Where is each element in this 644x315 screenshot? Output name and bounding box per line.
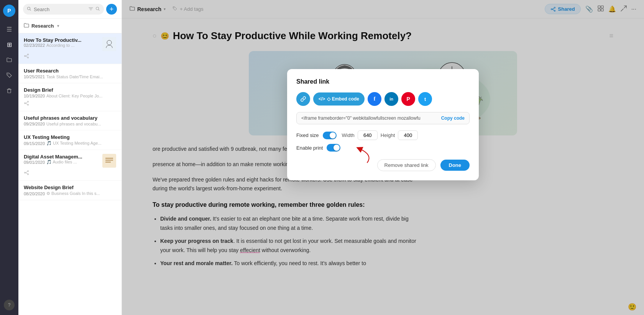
- search-input[interactable]: [34, 7, 86, 12]
- folder-icon[interactable]: [3, 54, 15, 66]
- shared-link-modal: Shared link </> ◇ Embed code f in P t: [287, 69, 479, 180]
- file-title: How To Stay Productiv...: [24, 37, 81, 43]
- avatar[interactable]: P: [3, 5, 15, 17]
- folder-icon2: [24, 23, 29, 29]
- list-item[interactable]: Useful phrases and vocabulary 09/29/2020…: [18, 111, 122, 130]
- file-panel-header: +: [18, 0, 122, 19]
- list-item[interactable]: Digital Asset Managem... 09/01/2020 🎵 Au…: [18, 150, 122, 181]
- list-item[interactable]: How To Stay Productiv... 02/23/2022 Acco…: [18, 33, 122, 64]
- height-input[interactable]: [398, 130, 418, 140]
- embed-code-label: ◇ Embed code: [327, 96, 359, 102]
- svg-point-18: [28, 174, 29, 175]
- share-indicator-icon: [24, 101, 116, 107]
- height-label: Height: [381, 132, 395, 138]
- svg-point-2: [28, 7, 30, 10]
- modal-overlay: Shared link </> ◇ Embed code f in P t: [122, 0, 644, 315]
- main-content: Research ▾ + Add tags Shared: [122, 0, 644, 315]
- facebook-share-button[interactable]: f: [368, 92, 381, 106]
- tag-icon[interactable]: [3, 69, 15, 81]
- width-label: Width: [342, 132, 355, 138]
- modal-footer: Remove shared link Done: [296, 159, 470, 171]
- svg-point-8: [28, 57, 29, 58]
- copy-code-button[interactable]: Copy code: [441, 115, 465, 121]
- list-item[interactable]: UX Testing Meeting 09/15/2020 🎵 UX Testi…: [18, 130, 122, 150]
- file-thumbnail: [102, 154, 116, 168]
- file-title: UX Testing Meeting: [24, 134, 116, 140]
- fixed-size-toggle[interactable]: [323, 132, 337, 139]
- size-inputs: Width Height: [342, 130, 418, 140]
- svg-rect-13: [105, 158, 113, 159]
- search-box[interactable]: [23, 4, 104, 15]
- list-item[interactable]: Website Design Brief 08/20/2020 ⚙ Busine…: [18, 181, 122, 200]
- fixed-size-label: Fixed size: [296, 132, 319, 138]
- twitter-share-button[interactable]: t: [418, 92, 432, 106]
- search-icon: [27, 7, 31, 12]
- done-button[interactable]: Done: [440, 160, 470, 171]
- fixed-size-option: Fixed size Width Height: [296, 130, 470, 140]
- add-button[interactable]: +: [106, 4, 117, 15]
- link-share-button[interactable]: [296, 92, 310, 106]
- grid-icon[interactable]: ⊞: [3, 38, 15, 51]
- svg-point-16: [28, 171, 29, 172]
- folder-header: Research ▾: [18, 19, 122, 33]
- file-panel: + Research ▾ How To Stay Productiv... 02…: [18, 0, 122, 315]
- list-item[interactable]: Design Brief 10/19/2020 About Client: Ke…: [18, 83, 122, 111]
- file-title: Design Brief: [24, 87, 116, 93]
- enable-print-option: Enable print: [296, 144, 470, 152]
- home-icon[interactable]: ☰: [3, 23, 15, 35]
- svg-point-7: [25, 56, 26, 57]
- share-buttons-row: </> ◇ Embed code f in P t: [296, 92, 470, 106]
- svg-rect-15: [105, 162, 111, 163]
- svg-rect-4: [102, 37, 116, 51]
- file-title: Website Design Brief: [24, 185, 116, 190]
- share-indicator-icon: [24, 170, 116, 176]
- trash-icon[interactable]: [3, 84, 15, 97]
- svg-point-6: [28, 54, 29, 55]
- svg-point-17: [25, 172, 26, 173]
- svg-rect-1: [8, 89, 11, 93]
- file-title: User Research: [24, 68, 116, 74]
- pinterest-share-button[interactable]: P: [401, 92, 415, 106]
- svg-point-0: [8, 74, 8, 74]
- filter-icon[interactable]: [89, 7, 93, 12]
- svg-rect-14: [105, 160, 113, 161]
- width-input[interactable]: [358, 130, 378, 140]
- modal-options: Fixed size Width Height Enable print: [296, 130, 470, 152]
- file-list: How To Stay Productiv... 02/23/2022 Acco…: [18, 33, 122, 315]
- embed-code-row: <iframe frameborder="0" webkitallowfulls…: [296, 112, 470, 124]
- svg-point-9: [28, 101, 29, 102]
- enable-print-label: Enable print: [296, 145, 323, 151]
- svg-point-3: [96, 7, 99, 10]
- embed-code-button[interactable]: </> ◇ Embed code: [313, 92, 365, 106]
- svg-point-10: [25, 103, 26, 104]
- chevron-down-icon[interactable]: ▾: [57, 24, 59, 28]
- svg-point-11: [28, 104, 29, 106]
- search-icon2: [95, 6, 100, 13]
- file-title: Digital Asset Managem...: [24, 154, 82, 160]
- file-title: Useful phrases and vocabulary: [24, 115, 116, 121]
- file-thumbnail: [102, 37, 116, 51]
- embed-code-text: <iframe frameborder="0" webkitallowfulls…: [301, 115, 438, 121]
- share-indicator-icon: [24, 53, 116, 60]
- sidebar: P ☰ ⊞ ?: [0, 0, 18, 315]
- remove-shared-link-button[interactable]: Remove shared link: [377, 159, 436, 171]
- modal-title: Shared link: [296, 78, 470, 85]
- list-item[interactable]: User Research 10/25/2021 Task Status Dat…: [18, 64, 122, 83]
- help-button[interactable]: ?: [4, 300, 15, 310]
- folder-name: Research: [31, 23, 54, 29]
- linkedin-share-button[interactable]: in: [384, 92, 398, 106]
- enable-print-toggle[interactable]: [327, 144, 340, 152]
